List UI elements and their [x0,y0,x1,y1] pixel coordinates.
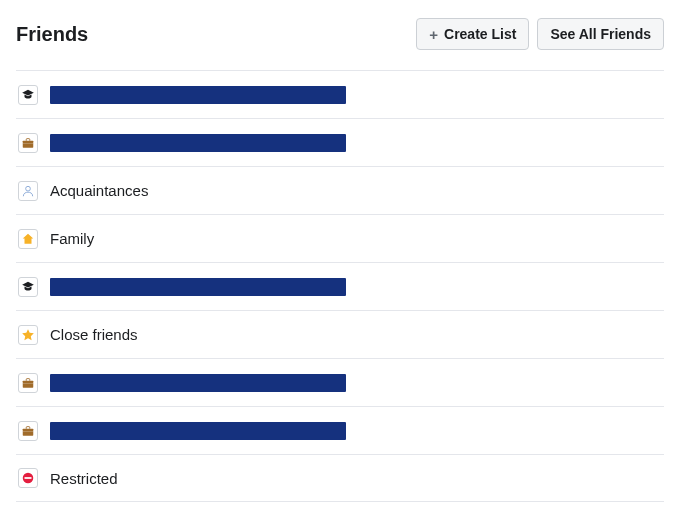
see-all-friends-label: See All Friends [550,25,651,43]
see-all-friends-button[interactable]: See All Friends [537,18,664,50]
redacted-label [50,278,346,296]
star-icon [18,325,38,345]
friends-panel: Friends + Create List See All Friends Ac… [0,0,680,502]
redacted-label [50,374,346,392]
list-item[interactable] [16,118,664,166]
home-icon [18,229,38,249]
list-item-label: Acquaintances [50,182,148,199]
redacted-label [50,86,346,104]
restricted-icon [18,468,38,488]
person-icon [18,181,38,201]
list-item[interactable]: Close friends [16,310,664,358]
list-item[interactable] [16,70,664,118]
list-item[interactable]: Restricted [16,454,664,502]
education-icon [18,85,38,105]
work-icon [18,133,38,153]
list-item-label: Family [50,230,94,247]
work-icon [18,421,38,441]
page-title: Friends [16,23,88,46]
friend-lists: AcquaintancesFamilyClose friendsRestrict… [16,70,664,502]
create-list-button[interactable]: + Create List [416,18,529,50]
create-list-label: Create List [444,25,516,43]
work-icon [18,373,38,393]
redacted-label [50,134,346,152]
list-item[interactable] [16,406,664,454]
plus-icon: + [429,27,438,42]
list-item[interactable] [16,262,664,310]
list-item[interactable]: Family [16,214,664,262]
list-item[interactable]: Acquaintances [16,166,664,214]
education-icon [18,277,38,297]
list-item[interactable] [16,358,664,406]
redacted-label [50,422,346,440]
header-actions: + Create List See All Friends [416,18,664,50]
list-item-label: Restricted [50,470,118,487]
panel-header: Friends + Create List See All Friends [16,18,664,70]
list-item-label: Close friends [50,326,138,343]
